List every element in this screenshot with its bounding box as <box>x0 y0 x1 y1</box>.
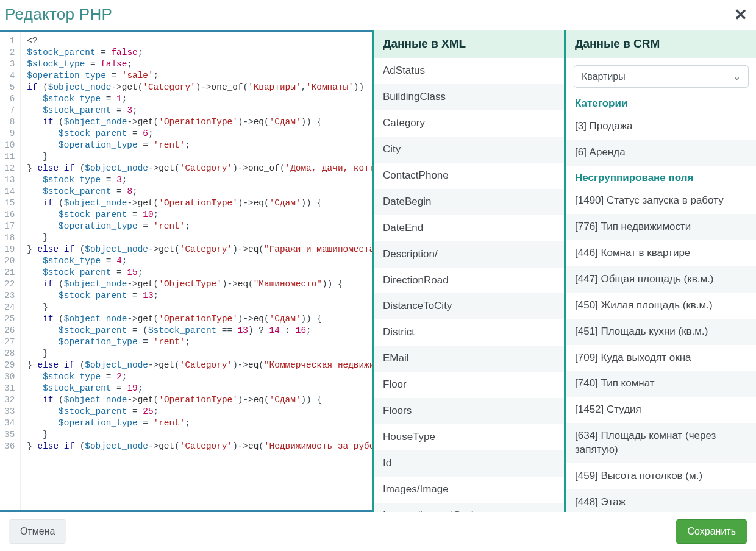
crm-item[interactable]: [776] Тип недвижимости <box>566 214 756 240</box>
code-editor[interactable]: 1234567891011121314151617181920212223242… <box>0 30 372 512</box>
crm-item[interactable]: [3] Продажа <box>566 113 756 140</box>
xml-item[interactable]: AdStatus <box>374 58 564 84</box>
crm-item[interactable]: [450] Жилая площадь (кв.м.) <box>566 293 756 319</box>
xml-item[interactable]: ContactPhone <box>374 163 564 189</box>
crm-item[interactable]: [448] Этаж <box>566 489 756 512</box>
xml-item[interactable]: DateEnd <box>374 215 564 241</box>
modal-title: Редактор PHP <box>5 5 112 24</box>
code-scroll[interactable]: 1234567891011121314151617181920212223242… <box>0 32 372 510</box>
modal-header: Редактор PHP ✕ <box>0 0 756 30</box>
xml-item[interactable]: Images/Image <box>374 477 564 503</box>
crm-section-title: Категории <box>566 91 756 113</box>
close-icon[interactable]: ✕ <box>734 7 747 23</box>
line-gutter: 1234567891011121314151617181920212223242… <box>0 32 21 510</box>
crm-item[interactable]: [459] Высота потолков (м.) <box>566 463 756 489</box>
xml-item[interactable]: Floor <box>374 372 564 398</box>
crm-body[interactable]: Квартиры ⌄ Категории[3] Продажа[6] Аренд… <box>566 58 756 512</box>
xml-item[interactable]: Floors <box>374 398 564 424</box>
xml-panel-title: Данные в XML <box>374 30 564 58</box>
xml-item[interactable]: District <box>374 319 564 346</box>
php-editor-modal: Редактор PHP ✕ 1234567891011121314151617… <box>0 0 756 551</box>
xml-item[interactable]: Category <box>374 110 564 137</box>
crm-category-select[interactable]: Квартиры ⌄ <box>574 65 749 88</box>
modal-body: 1234567891011121314151617181920212223242… <box>0 30 756 512</box>
xml-item[interactable]: HouseType <box>374 424 564 450</box>
save-button[interactable]: Сохранить <box>676 519 747 544</box>
modal-footer: Отмена Сохранить <box>0 512 756 551</box>
xml-item[interactable]: Description/ <box>374 241 564 268</box>
xml-item[interactable]: EMail <box>374 346 564 372</box>
crm-item[interactable]: [634] Площадь комнат (через запятую) <box>566 423 756 463</box>
crm-item[interactable]: [1490] Статус запуска в работу <box>566 188 756 214</box>
crm-item[interactable]: [740] Тип комнат <box>566 371 756 397</box>
crm-item[interactable]: [6] Аренда <box>566 140 756 166</box>
crm-panel: Данные в CRM Квартиры ⌄ Категории[3] Про… <box>564 30 756 512</box>
xml-item[interactable]: City <box>374 137 564 163</box>
chevron-down-icon: ⌄ <box>733 71 741 82</box>
xml-panel: Данные в XML AdStatusBuildingClassCatego… <box>372 30 564 512</box>
xml-item[interactable]: DateBegin <box>374 189 564 215</box>
cancel-button[interactable]: Отмена <box>9 519 66 544</box>
crm-item[interactable]: [1452] Студия <box>566 397 756 423</box>
crm-panel-title: Данные в CRM <box>566 30 756 58</box>
xml-item[interactable]: DirectionRoad <box>374 268 564 294</box>
crm-item[interactable]: [446] Комнат в квартире <box>566 240 756 266</box>
side-panels: Данные в XML AdStatusBuildingClassCatego… <box>372 30 756 512</box>
xml-item[interactable]: BuildingClass <box>374 84 564 110</box>
xml-list[interactable]: AdStatusBuildingClassCategoryCityContact… <box>374 58 564 512</box>
xml-item[interactable]: Id <box>374 450 564 477</box>
xml-item[interactable]: DistanceToCity <box>374 293 564 319</box>
crm-select-value: Квартиры <box>582 71 626 82</box>
code-content[interactable]: <?$stock_parent = false;$stock_type = fa… <box>21 32 372 510</box>
crm-item[interactable]: [447] Общая площадь (кв.м.) <box>566 266 756 293</box>
crm-item[interactable]: [709] Куда выходят окна <box>566 345 756 371</box>
xml-item[interactable]: Images/Image/@url <box>374 503 564 512</box>
crm-item[interactable]: [451] Площадь кухни (кв.м.) <box>566 319 756 345</box>
crm-section-title: Несгруппироване поля <box>566 166 756 188</box>
